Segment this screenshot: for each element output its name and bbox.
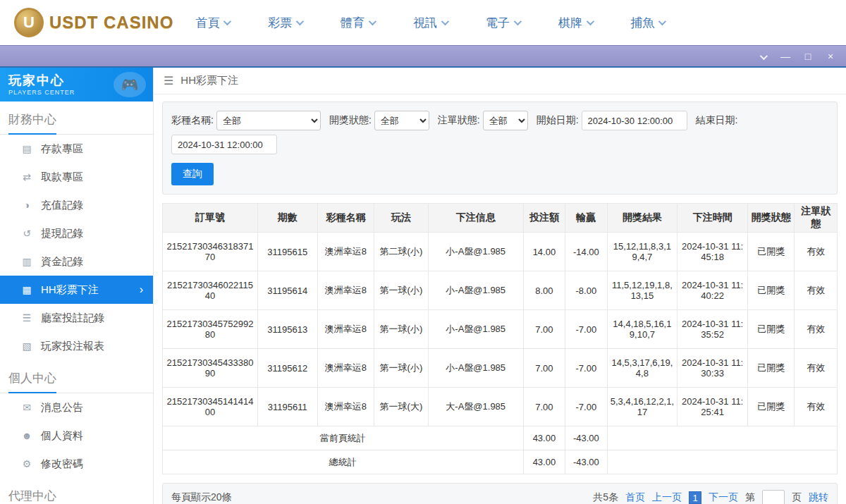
search-button[interactable]: 查詢 — [171, 163, 214, 185]
lottery-bet-icon: ▦ — [21, 284, 32, 295]
sidebar-item-withdraw[interactable]: ⇄ 取款專區 — [0, 163, 153, 191]
sidebar-item-hh-lottery-bets[interactable]: ▦ HH彩票下注 › — [0, 276, 153, 304]
nav-home[interactable]: 首頁 — [195, 15, 229, 31]
nav-live-label: 視訊 — [413, 15, 437, 31]
end-date-label: 結束日期: — [696, 114, 738, 127]
cell-draw-status: 已開獎 — [747, 388, 794, 426]
nav-sports-label: 體育 — [341, 15, 364, 31]
sidebar-item-recharge-record[interactable]: ◑ 充值記錄 — [0, 191, 153, 219]
table-row: 2152173034631837170 31195615 澳洲幸运8 第二球(小… — [163, 233, 838, 271]
sidebar-item-label: 廳室投註記錄 — [41, 312, 104, 325]
hamburger-menu-icon[interactable]: ☰ — [164, 74, 173, 87]
sidebar-item-label: 玩家投注報表 — [41, 340, 104, 353]
sidebar-item-cashout-record[interactable]: ↺ 提現記錄 — [0, 219, 153, 247]
section-personal-center: 個人中心 — [0, 360, 153, 393]
sidebar-item-label: 取款專區 — [41, 171, 83, 184]
col-time: 下注時間 — [678, 204, 748, 233]
cell-bet-status: 有效 — [795, 271, 838, 310]
cell-play: 第一球(小) — [374, 271, 429, 310]
cell-amount: 7.00 — [523, 310, 565, 349]
sidebar-item-player-bet-report[interactable]: ▧ 玩家投注報表 — [0, 332, 153, 360]
maximize-icon[interactable]: □ — [802, 51, 814, 61]
cell-bet-status: 有效 — [795, 310, 838, 349]
cell-info: 小-A盤@1.985 — [428, 310, 523, 349]
page-size-label: 每頁顯示20條 — [171, 491, 232, 504]
jump-suffix-label: 页 — [792, 491, 802, 504]
lottery-name-select[interactable]: 全部 — [216, 111, 321, 130]
nav-lottery-label: 彩票 — [268, 15, 292, 31]
cell-result: 15,12,11,8,3,19,4,7 — [607, 233, 678, 271]
cell-order: 2152173034543338090 — [163, 349, 258, 388]
chevron-down-icon — [441, 18, 449, 25]
nav-lottery[interactable]: 彩票 — [268, 15, 302, 31]
cell-draw-status: 已開獎 — [747, 271, 794, 310]
nav-live[interactable]: 視訊 — [413, 15, 447, 31]
prev-page-link[interactable]: 上一页 — [652, 491, 682, 504]
cell-result: 5,3,4,16,12,2,1,17 — [607, 388, 678, 426]
hall-record-icon: ☰ — [21, 312, 32, 324]
sidebar-item-funds-record[interactable]: ▥ 資金記錄 — [0, 247, 153, 276]
sidebar-item-hall-bet-record[interactable]: ☰ 廳室投註記錄 — [0, 304, 153, 332]
draw-status-select[interactable]: 全部 — [374, 111, 429, 130]
table-row: 2152173034543338090 31195612 澳洲幸运8 第一球(小… — [163, 349, 838, 388]
nav-fishing[interactable]: 捕魚 — [630, 15, 664, 31]
cell-play: 第一球(大) — [374, 388, 429, 426]
first-page-link[interactable]: 首页 — [625, 491, 645, 504]
bet-status-select[interactable]: 全部 — [483, 111, 528, 130]
cell-lottery: 澳洲幸运8 — [317, 271, 374, 310]
page-jump-input[interactable] — [762, 490, 785, 504]
nav-slots[interactable]: 電子 — [486, 15, 520, 31]
gear-icon: ⚙ — [21, 458, 32, 469]
cell-result: 14,4,18,5,16,19,10,7 — [607, 310, 678, 349]
start-date-label: 開始日期: — [537, 114, 579, 127]
chevron-down-icon — [296, 18, 304, 25]
gamepad-icon: 🎮 — [114, 72, 146, 97]
cell-period: 31195614 — [257, 271, 317, 310]
cell-time: 2024-10-31 11:40:22 — [678, 271, 748, 310]
cell-order: 2152173034631837170 — [163, 233, 258, 271]
sidebar-item-change-password[interactable]: ⚙ 修改密碼 — [0, 450, 153, 478]
cell-amount: 7.00 — [523, 388, 565, 426]
cell-period: 31195615 — [257, 233, 317, 271]
minimize-icon[interactable]: — — [780, 51, 791, 61]
cell-draw-status: 已開獎 — [747, 349, 794, 388]
sidebar-item-deposit[interactable]: ▤ 存款專區 — [0, 135, 153, 163]
col-lottery: 彩種名稱 — [317, 204, 374, 233]
cell-draw-status: 已開獎 — [747, 233, 794, 271]
col-bet-status: 注單狀態 — [795, 204, 838, 233]
next-page-link[interactable]: 下一页 — [709, 491, 738, 504]
cell-bet-status: 有效 — [795, 388, 838, 426]
main-content: ☰ HH彩票下注 彩種名稱: 全部 開獎狀態: 全部 注單狀態: 全部 — [154, 68, 846, 504]
summary-row-total: 總統計 43.00 -43.00 — [163, 450, 838, 474]
close-icon[interactable]: × — [825, 51, 836, 61]
breadcrumb: ☰ HH彩票下注 — [154, 68, 846, 94]
col-draw-status: 開獎狀態 — [747, 204, 794, 233]
cell-draw-status: 已開獎 — [747, 310, 794, 349]
deposit-icon: ▤ — [21, 143, 32, 154]
cell-period: 31195613 — [257, 310, 317, 349]
jump-button[interactable]: 跳转 — [809, 491, 828, 504]
cashout-icon: ↺ — [21, 228, 32, 239]
chevron-down-icon — [658, 18, 666, 25]
nav-home-label: 首頁 — [195, 15, 219, 31]
pagination: 共5条 首页 上一页 1 下一页 第 页 跳转 — [593, 490, 828, 504]
nav-sports[interactable]: 體育 — [341, 15, 374, 31]
players-center-header: 玩家中心 PLAYERS CENTER 🎮 — [0, 68, 153, 102]
page-title: HH彩票下注 — [180, 74, 238, 87]
funds-icon: ▥ — [21, 256, 32, 267]
cell-time: 2024-10-31 11:25:41 — [678, 388, 748, 426]
site-logo[interactable]: U USDT CASINO — [14, 8, 176, 37]
col-info: 下注信息 — [428, 204, 523, 233]
sidebar-item-announcements[interactable]: ✉ 消息公告 — [0, 393, 153, 422]
start-date-input[interactable] — [582, 111, 687, 130]
chevron-down-icon — [369, 18, 376, 25]
filter-panel: 彩種名稱: 全部 開獎狀態: 全部 注單狀態: 全部 開始日期: 結束日期: — [162, 102, 838, 195]
collapse-icon[interactable] — [757, 51, 768, 61]
sidebar-item-profile[interactable]: ☻ 個人資料 — [0, 422, 153, 450]
current-page[interactable]: 1 — [689, 491, 701, 504]
end-date-input[interactable] — [171, 135, 277, 154]
table-row: 2152173034602211540 31195614 澳洲幸运8 第一球(小… — [163, 271, 838, 310]
bets-table: 訂單號 期數 彩種名稱 玩法 下注信息 投注額 輸贏 開獎結果 下注時間 開獎狀… — [162, 203, 838, 474]
nav-cards[interactable]: 棋牌 — [558, 15, 592, 31]
sidebar-item-label: 充值記錄 — [41, 199, 83, 212]
